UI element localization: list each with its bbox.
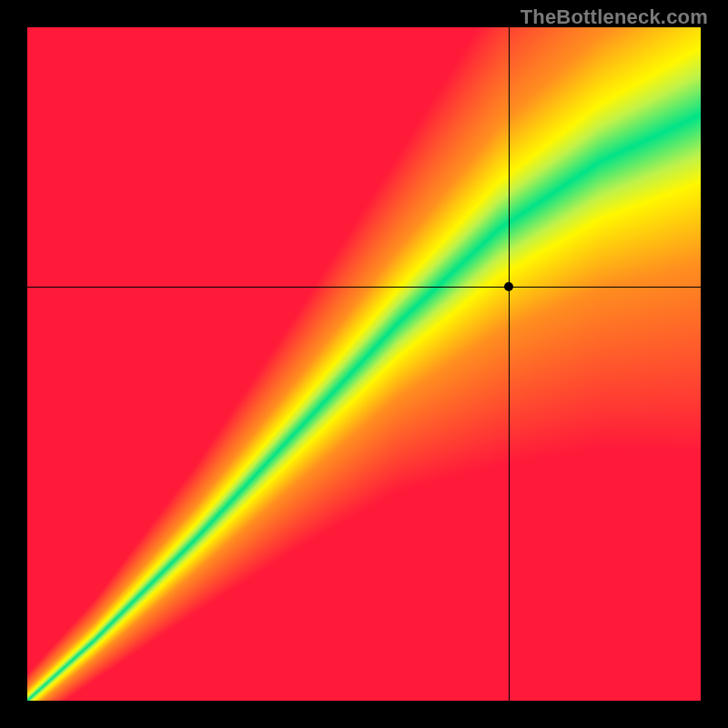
- crosshair-horizontal-line: [27, 287, 701, 288]
- watermark-text: TheBottleneck.com: [521, 5, 708, 29]
- crosshair-vertical-line: [509, 27, 510, 701]
- crosshair-marker-dot: [504, 282, 513, 291]
- chart-frame: TheBottleneck.com: [0, 0, 728, 728]
- heatmap-plot: [27, 27, 701, 701]
- heatmap-canvas: [27, 27, 701, 701]
